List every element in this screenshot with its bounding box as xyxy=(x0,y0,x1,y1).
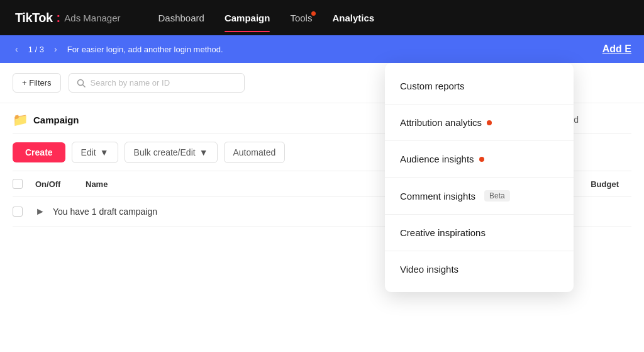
search-box[interactable]: Search by name or ID xyxy=(69,73,245,93)
analytics-dropdown: Custom reports Attribution analytics Aud… xyxy=(385,63,574,292)
filters-button[interactable]: + Filters xyxy=(13,73,61,93)
nav-item-analytics[interactable]: Analytics xyxy=(325,8,382,28)
dropdown-divider-5 xyxy=(385,251,574,251)
header-checkbox[interactable] xyxy=(13,179,23,189)
banner-separator: / xyxy=(35,45,38,54)
row-checkbox[interactable] xyxy=(13,207,23,217)
folder-icon: 📁 xyxy=(13,112,28,127)
logo-colon: : xyxy=(57,11,61,25)
dropdown-divider-4 xyxy=(385,214,574,215)
header-checkbox-col xyxy=(13,179,35,189)
content-wrapper: + Filters Search by name or ID 📁 Campaig… xyxy=(0,63,644,352)
svg-line-1 xyxy=(82,84,85,87)
edit-label: Edit xyxy=(81,147,96,157)
col-campaign-header: 📁 Campaign xyxy=(13,112,418,127)
dropdown-item-video-insights[interactable]: Video insights xyxy=(385,254,574,285)
row-checkbox-col xyxy=(13,207,35,217)
logo-product: Ads Manager xyxy=(64,13,120,23)
custom-reports-label: Custom reports xyxy=(400,81,465,91)
audience-insights-label: Audience insights xyxy=(400,154,474,164)
banner-link[interactable]: Add E xyxy=(602,43,631,55)
attribution-analytics-dot xyxy=(487,120,492,125)
dropdown-divider-3 xyxy=(385,177,574,178)
edit-button[interactable]: Edit ▼ xyxy=(72,142,118,163)
nav-tools-label: Tools xyxy=(290,13,312,23)
edit-chevron-icon: ▼ xyxy=(100,147,109,157)
nav-items: Dashboard Campaign Tools Analytics xyxy=(151,8,630,28)
dropdown-item-attribution-analytics[interactable]: Attribution analytics xyxy=(385,107,574,138)
search-icon xyxy=(77,79,86,88)
bulk-label: Bulk create/Edit xyxy=(134,147,196,157)
top-nav: TikTok: Ads Manager Dashboard Campaign T… xyxy=(0,0,644,35)
banner-total-pages: 3 xyxy=(40,45,44,54)
dropdown-item-comment-insights[interactable]: Comment insights Beta xyxy=(385,180,574,212)
search-placeholder: Search by name or ID xyxy=(91,78,170,88)
audience-insights-dot xyxy=(479,157,484,162)
bulk-button[interactable]: Bulk create/Edit ▼ xyxy=(125,142,218,163)
banner-current-page: 1 xyxy=(28,45,33,54)
attribution-analytics-label: Attribution analytics xyxy=(400,117,482,128)
logo-tiktok: TikTok xyxy=(15,11,53,25)
bulk-chevron-icon: ▼ xyxy=(199,147,208,157)
comment-insights-label: Comment insights xyxy=(400,191,475,202)
app-root: TikTok: Ads Manager Dashboard Campaign T… xyxy=(0,0,644,352)
creative-inspirations-label: Creative inspirations xyxy=(400,227,486,238)
banner-next-arrow[interactable]: › xyxy=(52,42,60,57)
campaign-label: Campaign xyxy=(33,115,79,125)
notification-banner: ‹ 1 / 3 › For easier login, add another … xyxy=(0,35,644,63)
col-onoff-header: On/Off xyxy=(35,179,86,189)
dropdown-divider-1 xyxy=(385,104,574,105)
create-button[interactable]: Create xyxy=(13,142,65,162)
banner-prev-arrow[interactable]: ‹ xyxy=(13,42,21,57)
nav-item-dashboard[interactable]: Dashboard xyxy=(151,8,212,28)
logo: TikTok: Ads Manager xyxy=(15,11,121,25)
video-insights-label: Video insights xyxy=(400,264,458,275)
dropdown-item-audience-insights[interactable]: Audience insights xyxy=(385,144,574,174)
row-expand-arrow[interactable]: ► xyxy=(35,206,48,217)
col-budget-header: Budget xyxy=(591,179,631,189)
tools-notification-dot xyxy=(311,11,316,16)
banner-page-info: 1 / 3 xyxy=(28,45,44,54)
nav-item-tools[interactable]: Tools xyxy=(282,8,319,28)
nav-item-campaign[interactable]: Campaign xyxy=(217,8,278,28)
dropdown-item-custom-reports[interactable]: Custom reports xyxy=(385,71,574,101)
banner-message: For easier login, add another login meth… xyxy=(67,45,595,54)
dropdown-item-creative-inspirations[interactable]: Creative inspirations xyxy=(385,217,574,248)
dropdown-divider-2 xyxy=(385,140,574,141)
comment-insights-beta-badge: Beta xyxy=(484,190,510,202)
automated-button[interactable]: Automated xyxy=(224,142,286,163)
